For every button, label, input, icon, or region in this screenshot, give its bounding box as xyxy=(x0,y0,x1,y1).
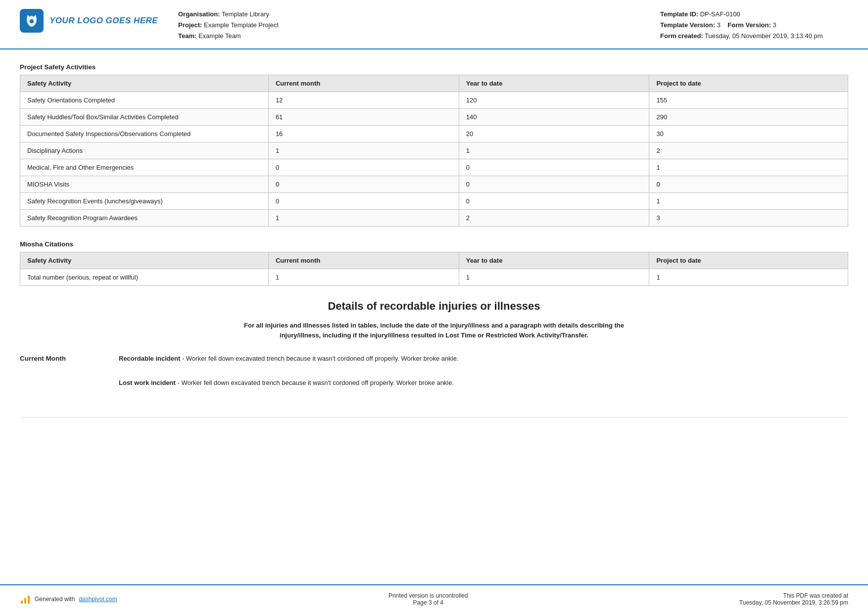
value-cell: 0 xyxy=(649,176,848,193)
team-label: Team: xyxy=(178,32,196,40)
project-value: Example Template Project xyxy=(204,21,279,29)
activity-cell: Safety Orientations Completed xyxy=(20,92,269,109)
table-row: Total number (serious, repeat or willful… xyxy=(20,269,848,286)
value-cell: 2 xyxy=(459,210,649,227)
value-cell: 61 xyxy=(268,109,459,126)
svg-point-0 xyxy=(30,19,34,23)
logo-icon xyxy=(20,9,44,33)
form-created-value: Tuesday, 05 November 2019, 3:13:40 pm xyxy=(705,32,822,40)
header-meta-right: Template ID: DP-SAF-0100 Template Versio… xyxy=(660,9,848,42)
value-cell: 1 xyxy=(649,159,848,176)
value-cell: 155 xyxy=(649,92,848,109)
col-header-activity: Safety Activity xyxy=(20,75,269,92)
activity-cell: Total number (serious, repeat or willful… xyxy=(20,269,269,286)
incident-description: - Worker fell down excavated trench beca… xyxy=(177,379,454,386)
table-row: Safety Recognition Program Awardees123 xyxy=(20,210,848,227)
miosha-col-project: Project to date xyxy=(649,252,848,269)
miosha-header-row: Safety Activity Current month Year to da… xyxy=(20,252,848,269)
footer-page: Page 3 of 4 xyxy=(388,599,468,606)
table-row: Safety Orientations Completed12120155 xyxy=(20,92,848,109)
template-id-value: DP-SAF-0100 xyxy=(700,10,740,18)
team-value: Example Team xyxy=(198,32,241,40)
value-cell: 1 xyxy=(268,269,459,286)
miosha-citations-table: Safety Activity Current month Year to da… xyxy=(20,252,848,286)
activity-cell: MIOSHA Visits xyxy=(20,176,269,193)
value-cell: 0 xyxy=(268,159,459,176)
project-safety-title: Project Safety Activities xyxy=(20,63,848,71)
table-row: Safety Recognition Events (lunches/givea… xyxy=(20,193,848,210)
value-cell: 0 xyxy=(268,176,459,193)
value-cell: 0 xyxy=(459,176,649,193)
activity-cell: Disciplinary Actions xyxy=(20,142,269,159)
svg-rect-2 xyxy=(24,598,26,604)
value-cell: 16 xyxy=(268,126,459,142)
value-cell: 0 xyxy=(459,193,649,210)
activity-cell: Medical, Fire and Other Emergencies xyxy=(20,159,269,176)
value-cell: 1 xyxy=(268,210,459,227)
incident-description: - Worker fell down excavated trench beca… xyxy=(182,355,459,362)
col-header-year: Year to date xyxy=(459,75,649,92)
table-row: Safety Huddles/Tool Box/Similar Activiti… xyxy=(20,109,848,126)
template-id-label: Template ID: xyxy=(660,10,698,18)
form-version-label: Form Version: xyxy=(727,21,771,29)
value-cell: 20 xyxy=(459,126,649,142)
activity-cell: Safety Huddles/Tool Box/Similar Activiti… xyxy=(20,109,269,126)
activity-cell: Safety Recognition Program Awardees xyxy=(20,210,269,227)
footer-generated-text: Generated with xyxy=(35,596,75,603)
value-cell: 3 xyxy=(649,210,848,227)
table-row: Disciplinary Actions112 xyxy=(20,142,848,159)
footer-left: Generated with dashpivot.com xyxy=(20,594,117,605)
project-safety-header-row: Safety Activity Current month Year to da… xyxy=(20,75,848,92)
logo-text: YOUR LOGO GOES HERE xyxy=(49,16,158,26)
incident-item: Recordable incident - Worker fell down e… xyxy=(119,354,848,364)
org-label: Organisation: xyxy=(178,10,220,18)
table-row: Medical, Fire and Other Emergencies001 xyxy=(20,159,848,176)
org-value: Template Library xyxy=(222,10,269,18)
value-cell: 1 xyxy=(459,269,649,286)
form-version-value: 3 xyxy=(772,21,776,29)
value-cell: 2 xyxy=(649,142,848,159)
svg-rect-3 xyxy=(28,596,30,604)
col-header-current: Current month xyxy=(268,75,459,92)
details-body: Current Month Recordable incident - Work… xyxy=(20,354,848,418)
footer-uncontrolled: Printed version is uncontrolled xyxy=(388,592,468,599)
logo-area: YOUR LOGO GOES HERE xyxy=(20,9,158,33)
miosha-col-activity: Safety Activity xyxy=(20,252,269,269)
header-meta-left: Organisation: Template Library Project: … xyxy=(178,9,660,42)
template-version-label: Template Version: xyxy=(660,21,715,29)
incident-type: Recordable incident xyxy=(119,355,180,362)
footer-center: Printed version is uncontrolled Page 3 o… xyxy=(388,592,468,606)
form-created-label: Form created: xyxy=(660,32,703,40)
value-cell: 1 xyxy=(459,142,649,159)
footer-pdf-created-text: This PDF was created at xyxy=(739,592,848,599)
page-header: YOUR LOGO GOES HERE Organisation: Templa… xyxy=(0,0,868,49)
miosha-col-year: Year to date xyxy=(459,252,649,269)
activity-cell: Safety Recognition Events (lunches/givea… xyxy=(20,193,269,210)
value-cell: 12 xyxy=(268,92,459,109)
main-content: Project Safety Activities Safety Activit… xyxy=(0,49,868,286)
table-row: MIOSHA Visits000 xyxy=(20,176,848,193)
footer-dashpivot-link[interactable]: dashpivot.com xyxy=(79,596,117,603)
page-footer: Generated with dashpivot.com Printed ver… xyxy=(0,584,868,613)
incident-item: Lost work incident - Worker fell down ex… xyxy=(119,378,848,388)
footer-logo-icon xyxy=(20,594,31,605)
value-cell: 0 xyxy=(268,193,459,210)
project-safety-table: Safety Activity Current month Year to da… xyxy=(20,75,848,227)
col-header-project: Project to date xyxy=(649,75,848,92)
details-intro: For all injuries and illnesses listed in… xyxy=(20,321,848,340)
footer-pdf-created-date: Tuesday, 05 November 2019, 3:26:59 pm xyxy=(739,599,848,606)
value-cell: 290 xyxy=(649,109,848,126)
value-cell: 120 xyxy=(459,92,649,109)
incident-type: Lost work incident xyxy=(119,379,176,386)
details-section: Details of recordable injuries or illnes… xyxy=(0,300,868,418)
value-cell: 140 xyxy=(459,109,649,126)
value-cell: 30 xyxy=(649,126,848,142)
table-row: Documented Safety Inspections/Observatio… xyxy=(20,126,848,142)
details-title: Details of recordable injuries or illnes… xyxy=(20,300,848,313)
value-cell: 1 xyxy=(268,142,459,159)
activity-cell: Documented Safety Inspections/Observatio… xyxy=(20,126,269,142)
svg-rect-1 xyxy=(21,601,23,604)
project-label: Project: xyxy=(178,21,202,29)
value-cell: 1 xyxy=(649,269,848,286)
footer-right: This PDF was created at Tuesday, 05 Nove… xyxy=(739,592,848,606)
